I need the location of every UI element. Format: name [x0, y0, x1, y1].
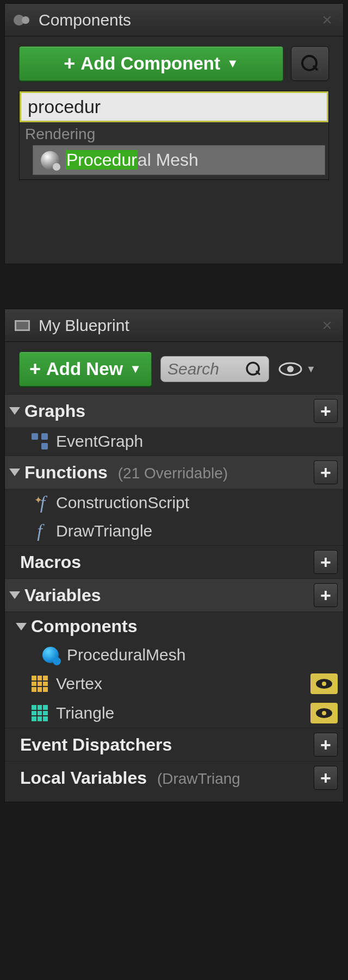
item-eventgraph-label: EventGraph	[56, 432, 338, 451]
eye-icon	[278, 361, 303, 377]
plus-icon: +	[64, 52, 75, 75]
components-tab-close-icon[interactable]: ×	[319, 10, 335, 30]
array-icon	[30, 703, 49, 723]
components-toolbar: + Add Component ▼	[5, 36, 343, 89]
add-component-label: Add Component	[80, 53, 220, 74]
section-functions[interactable]: Functions (21 Overridable) +	[5, 455, 343, 489]
search-icon	[301, 55, 319, 72]
component-icon	[41, 645, 60, 665]
svg-point-9	[322, 711, 326, 715]
component-search-input[interactable]	[20, 91, 328, 122]
section-macros-title: Macros	[20, 552, 314, 572]
section-event-dispatchers[interactable]: Event Dispatchers +	[5, 728, 343, 761]
add-local-variable-button[interactable]: +	[314, 766, 338, 790]
blueprint-tab-header: My Blueprint ×	[5, 309, 343, 342]
visibility-toggle-vertex[interactable]	[310, 673, 338, 694]
item-eventgraph[interactable]: EventGraph	[5, 427, 343, 455]
my-blueprint-panel: My Blueprint × + Add New ▼ Search ▼ Grap…	[4, 309, 344, 802]
add-component-dropdown: Rendering Procedural Mesh	[19, 91, 329, 180]
item-proceduralmesh[interactable]: ProceduralMesh	[5, 641, 343, 669]
item-vertex[interactable]: Vertex	[5, 669, 343, 698]
result-procedural-mesh[interactable]: Procedural Mesh	[33, 145, 325, 175]
section-components[interactable]: Components	[5, 611, 343, 641]
view-options-button[interactable]: ▼	[278, 361, 316, 377]
svg-rect-3	[16, 322, 28, 329]
section-macros[interactable]: Macros +	[5, 545, 343, 578]
blueprint-tab-close-icon[interactable]: ×	[319, 315, 335, 335]
add-new-label: Add New	[46, 359, 123, 379]
chevron-down-icon: ▼	[227, 57, 239, 71]
function-icon: f	[30, 493, 49, 513]
section-local-variables[interactable]: Local Variables (DrawTriang +	[5, 761, 343, 794]
section-variables[interactable]: Variables +	[5, 578, 343, 611]
blueprint-toolbar: + Add New ▼ Search ▼	[5, 342, 343, 394]
section-graphs[interactable]: Graphs +	[5, 394, 343, 427]
add-dispatcher-button[interactable]: +	[314, 733, 338, 757]
section-graphs-title: Graphs	[24, 401, 314, 421]
disclosure-icon	[9, 591, 20, 599]
mesh-icon	[41, 151, 59, 170]
components-tab-icon	[13, 10, 32, 30]
item-triangle-label: Triangle	[56, 704, 306, 722]
chevron-down-icon: ▼	[306, 364, 316, 375]
svg-point-1	[22, 16, 29, 24]
add-component-button[interactable]: + Add Component ▼	[19, 46, 283, 81]
svg-point-7	[322, 682, 326, 686]
components-panel: Components × + Add Component ▼ Rendering…	[4, 3, 344, 264]
array-icon	[30, 674, 49, 694]
disclosure-icon	[9, 469, 20, 476]
section-components-title: Components	[31, 616, 338, 636]
components-search-button[interactable]	[291, 46, 329, 81]
components-tab-header: Components ×	[5, 4, 343, 36]
plus-icon: +	[29, 358, 41, 380]
item-proceduralmesh-label: ProceduralMesh	[67, 646, 338, 664]
section-event-dispatchers-title: Event Dispatchers	[20, 735, 314, 755]
add-macro-button[interactable]: +	[314, 550, 338, 574]
svg-point-5	[287, 366, 294, 372]
function-icon: f	[30, 521, 49, 541]
chevron-down-icon: ▼	[129, 362, 141, 376]
item-constructionscript[interactable]: f ConstructionScript	[5, 489, 343, 517]
blueprint-tab-title: My Blueprint	[39, 316, 319, 335]
item-constructionscript-label: ConstructionScript	[56, 494, 338, 512]
category-label-rendering: Rendering	[20, 122, 328, 144]
search-placeholder: Search	[167, 360, 245, 378]
item-triangle[interactable]: Triangle	[5, 698, 343, 728]
result-text: Procedural Mesh	[66, 150, 198, 170]
visibility-toggle-triangle[interactable]	[310, 703, 338, 723]
disclosure-icon	[9, 407, 20, 415]
add-graph-button[interactable]: +	[314, 399, 338, 423]
disclosure-icon	[16, 623, 27, 631]
section-variables-title: Variables	[24, 585, 314, 606]
add-variable-button[interactable]: +	[314, 583, 338, 607]
blueprint-search-input[interactable]: Search	[160, 356, 269, 382]
item-vertex-label: Vertex	[56, 675, 306, 693]
add-new-button[interactable]: + Add New ▼	[19, 352, 152, 386]
section-local-variables-title: Local Variables (DrawTriang	[20, 768, 314, 788]
graph-icon	[30, 432, 49, 451]
components-tab-title: Components	[39, 11, 319, 29]
add-function-button[interactable]: +	[314, 460, 338, 484]
section-functions-title: Functions (21 Overridable)	[24, 463, 314, 483]
search-icon	[246, 361, 260, 376]
blueprint-tab-icon	[13, 316, 32, 335]
item-drawtriangle-label: DrawTriangle	[56, 522, 338, 540]
item-drawtriangle[interactable]: f DrawTriangle	[5, 517, 343, 545]
